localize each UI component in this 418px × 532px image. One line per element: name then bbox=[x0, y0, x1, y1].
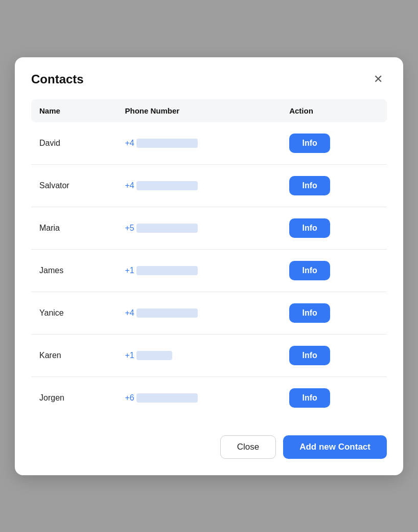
table-row: Yanice+4Info bbox=[31, 292, 387, 334]
info-button[interactable]: Info bbox=[289, 176, 330, 195]
close-x-button[interactable]: ✕ bbox=[369, 72, 387, 87]
contact-phone: +4 bbox=[117, 164, 281, 207]
table-row: Karen+1Info bbox=[31, 334, 387, 376]
info-button[interactable]: Info bbox=[289, 346, 330, 365]
contact-phone: +4 bbox=[117, 122, 281, 165]
info-button[interactable]: Info bbox=[289, 218, 330, 238]
contact-action: Info bbox=[281, 122, 387, 165]
phone-prefix: +4 bbox=[125, 139, 134, 148]
phone-prefix: +5 bbox=[125, 224, 134, 233]
contact-name: Salvator bbox=[31, 164, 117, 207]
contact-action: Info bbox=[281, 164, 387, 207]
col-header-phone: Phone Number bbox=[117, 99, 281, 122]
modal-overlay: Contacts ✕ Name Phone Number Action Davi… bbox=[0, 0, 418, 532]
col-header-action: Action bbox=[281, 99, 387, 122]
info-button[interactable]: Info bbox=[289, 134, 330, 153]
col-header-name: Name bbox=[31, 99, 117, 122]
close-button[interactable]: Close bbox=[220, 435, 276, 459]
contact-action: Info bbox=[281, 292, 387, 334]
contact-phone: +1 bbox=[117, 334, 281, 376]
phone-redacted bbox=[136, 308, 198, 318]
contact-name: Yanice bbox=[31, 292, 117, 334]
table-row: James+1Info bbox=[31, 249, 387, 292]
phone-redacted bbox=[136, 351, 172, 360]
table-row: David+4Info bbox=[31, 122, 387, 165]
modal-title: Contacts bbox=[31, 72, 84, 86]
table-row: Maria+5Info bbox=[31, 207, 387, 249]
contact-name: James bbox=[31, 249, 117, 292]
modal-footer: Close Add new Contact bbox=[31, 435, 387, 459]
contacts-table: Name Phone Number Action David+4InfoSalv… bbox=[31, 99, 387, 419]
contact-name: Maria bbox=[31, 207, 117, 249]
table-header-row: Name Phone Number Action bbox=[31, 99, 387, 122]
contact-name: David bbox=[31, 122, 117, 165]
phone-redacted bbox=[136, 266, 198, 275]
phone-redacted bbox=[136, 139, 198, 148]
contacts-modal: Contacts ✕ Name Phone Number Action Davi… bbox=[15, 57, 403, 475]
contact-action: Info bbox=[281, 376, 387, 419]
modal-header: Contacts ✕ bbox=[31, 72, 387, 87]
contact-name: Karen bbox=[31, 334, 117, 376]
phone-prefix: +4 bbox=[125, 181, 134, 190]
table-row: Salvator+4Info bbox=[31, 164, 387, 207]
contact-phone: +5 bbox=[117, 207, 281, 249]
contact-phone: +1 bbox=[117, 249, 281, 292]
contact-phone: +4 bbox=[117, 292, 281, 334]
contact-action: Info bbox=[281, 207, 387, 249]
contact-name: Jorgen bbox=[31, 376, 117, 419]
add-new-contact-button[interactable]: Add new Contact bbox=[283, 435, 387, 459]
info-button[interactable]: Info bbox=[289, 388, 330, 408]
phone-prefix: +1 bbox=[125, 266, 134, 275]
info-button[interactable]: Info bbox=[289, 261, 330, 280]
phone-prefix: +1 bbox=[125, 351, 134, 360]
phone-redacted bbox=[136, 181, 198, 190]
phone-prefix: +6 bbox=[125, 393, 134, 403]
phone-redacted bbox=[136, 224, 198, 233]
contact-phone: +6 bbox=[117, 376, 281, 419]
contact-action: Info bbox=[281, 249, 387, 292]
info-button[interactable]: Info bbox=[289, 303, 330, 323]
phone-prefix: +4 bbox=[125, 308, 134, 318]
contact-action: Info bbox=[281, 334, 387, 376]
phone-redacted bbox=[136, 393, 198, 403]
table-row: Jorgen+6Info bbox=[31, 376, 387, 419]
